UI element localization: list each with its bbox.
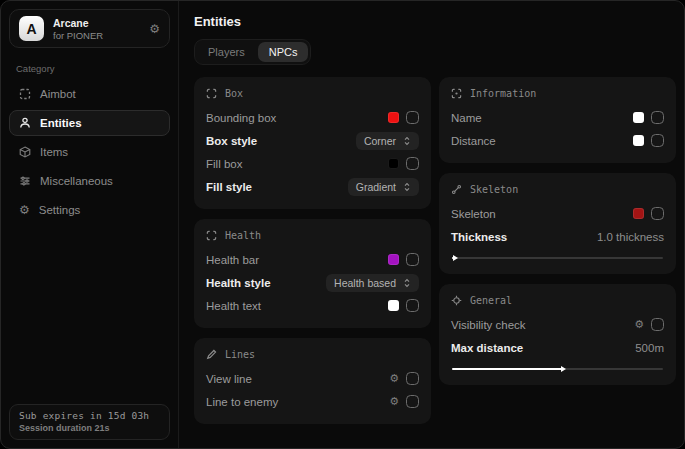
left-column: Box Bounding box Box style Corner: [194, 77, 431, 424]
brand-card: A Arcane for PIONER ⚙: [9, 9, 170, 48]
main-content: Entities Players NPCs Box Bounding box: [179, 1, 684, 448]
setting-label: Skeleton: [451, 208, 496, 220]
visibility-check-checkbox[interactable]: [651, 318, 664, 331]
bounding-box-row: Bounding box: [206, 106, 419, 129]
thickness-row: Thickness 1.0 thickness: [451, 225, 664, 248]
fill-style-row: Fill style Gradient: [206, 175, 419, 198]
setting-label: Fill box: [206, 158, 242, 170]
select-value: Gradient: [356, 181, 396, 193]
card-title: Box: [225, 88, 243, 99]
corner-brackets-icon: [206, 230, 217, 241]
skeleton-color-swatch[interactable]: [633, 208, 644, 219]
line-to-enemy-checkbox[interactable]: [406, 395, 419, 408]
gear-icon[interactable]: ⚙: [389, 396, 399, 407]
health-bar-row: Health bar: [206, 248, 419, 271]
app-logo: A: [19, 16, 44, 41]
fill-style-select[interactable]: Gradient: [348, 178, 419, 196]
general-card: General Visibility check ⚙ Max distance …: [439, 284, 676, 385]
gear-icon[interactable]: ⚙: [149, 23, 160, 35]
name-color-swatch[interactable]: [633, 112, 644, 123]
health-text-color-swatch[interactable]: [388, 300, 399, 311]
fill-box-row: Fill box: [206, 152, 419, 175]
view-line-checkbox[interactable]: [406, 372, 419, 385]
health-style-select[interactable]: Health based: [326, 274, 419, 292]
app-title: Arcane: [53, 17, 103, 29]
tab-npcs[interactable]: NPCs: [258, 42, 309, 62]
thickness-value: 1.0 thickness: [597, 231, 664, 243]
setting-label: Line to enemy: [206, 396, 278, 408]
gear-icon[interactable]: ⚙: [389, 373, 399, 384]
setting-label: Visibility check: [451, 319, 526, 331]
gear-icon: ⚙: [19, 204, 30, 216]
card-title: General: [470, 295, 512, 306]
box-card: Box Bounding box Box style Corner: [194, 77, 431, 209]
select-value: Corner: [364, 135, 396, 147]
misc-icon: [19, 175, 31, 187]
bounding-box-color-swatch[interactable]: [388, 112, 399, 123]
right-column: Information Name Distance: [439, 77, 676, 385]
fill-box-checkbox[interactable]: [406, 157, 419, 170]
entities-icon: [19, 117, 31, 129]
card-title: Skeleton: [470, 184, 518, 195]
name-row: Name: [451, 106, 664, 129]
setting-label: Health text: [206, 300, 261, 312]
slider-handle[interactable]: [561, 366, 566, 372]
skeleton-card: Skeleton Skeleton Thickness 1.0 thicknes…: [439, 173, 676, 274]
sidebar-item-label: Miscellaneous: [40, 175, 113, 187]
setting-label: Distance: [451, 135, 496, 147]
unfold-icon: [403, 278, 411, 288]
category-label: Category: [16, 63, 163, 74]
corner-brackets-icon: [206, 88, 217, 99]
lines-card: Lines View line ⚙ Line to enemy ⚙: [194, 338, 431, 424]
card-title: Information: [470, 88, 536, 99]
gear-icon[interactable]: ⚙: [634, 319, 644, 330]
tab-players[interactable]: Players: [197, 42, 256, 62]
setting-label: Box style: [206, 135, 257, 147]
select-value: Health based: [334, 277, 396, 289]
name-checkbox[interactable]: [651, 111, 664, 124]
slider-handle[interactable]: [453, 255, 458, 261]
health-text-checkbox[interactable]: [406, 299, 419, 312]
sidebar-item-label: Entities: [40, 117, 82, 129]
health-text-row: Health text: [206, 294, 419, 317]
page-title: Entities: [194, 14, 676, 29]
app-window: A Arcane for PIONER ⚙ Category Aimbot En…: [0, 0, 685, 449]
info-scan-icon: [451, 88, 462, 99]
sidebar-item-label: Settings: [39, 204, 81, 216]
max-distance-slider[interactable]: [452, 368, 663, 370]
setting-label: Name: [451, 112, 482, 124]
unfold-icon: [403, 136, 411, 146]
fill-box-color-swatch[interactable]: [388, 158, 399, 169]
health-bar-color-swatch[interactable]: [388, 254, 399, 265]
entity-type-tabs: Players NPCs: [194, 39, 311, 65]
max-distance-row: Max distance 500m: [451, 336, 664, 359]
line-to-enemy-row: Line to enemy ⚙: [206, 390, 419, 413]
setting-label: Bounding box: [206, 112, 276, 124]
sub-expiry-text: Sub expires in 15d 03h: [19, 410, 160, 421]
distance-checkbox[interactable]: [651, 134, 664, 147]
sidebar-item-settings[interactable]: ⚙ Settings: [9, 197, 170, 223]
setting-label: Health bar: [206, 254, 259, 266]
sidebar-item-aimbot[interactable]: Aimbot: [9, 81, 170, 107]
visibility-check-row: Visibility check ⚙: [451, 313, 664, 336]
box-style-row: Box style Corner: [206, 129, 419, 152]
setting-label: Fill style: [206, 181, 252, 193]
health-bar-checkbox[interactable]: [406, 253, 419, 266]
setting-label: View line: [206, 373, 252, 385]
bounding-box-checkbox[interactable]: [406, 111, 419, 124]
sidebar-item-items[interactable]: Items: [9, 139, 170, 165]
distance-color-swatch[interactable]: [633, 135, 644, 146]
sidebar-item-miscellaneous[interactable]: Miscellaneous: [9, 168, 170, 194]
unfold-icon: [403, 182, 411, 192]
setting-label: Health style: [206, 277, 271, 289]
bone-icon: [451, 184, 462, 195]
pencil-line-icon: [206, 349, 217, 360]
box-style-select[interactable]: Corner: [356, 132, 419, 150]
crosshair-frame-icon: [19, 88, 31, 100]
skeleton-checkbox[interactable]: [651, 207, 664, 220]
sidebar-item-entities[interactable]: Entities: [9, 110, 170, 136]
sidebar: A Arcane for PIONER ⚙ Category Aimbot En…: [1, 1, 179, 448]
distance-row: Distance: [451, 129, 664, 152]
cube-icon: [19, 146, 31, 158]
thickness-slider[interactable]: [452, 257, 663, 259]
